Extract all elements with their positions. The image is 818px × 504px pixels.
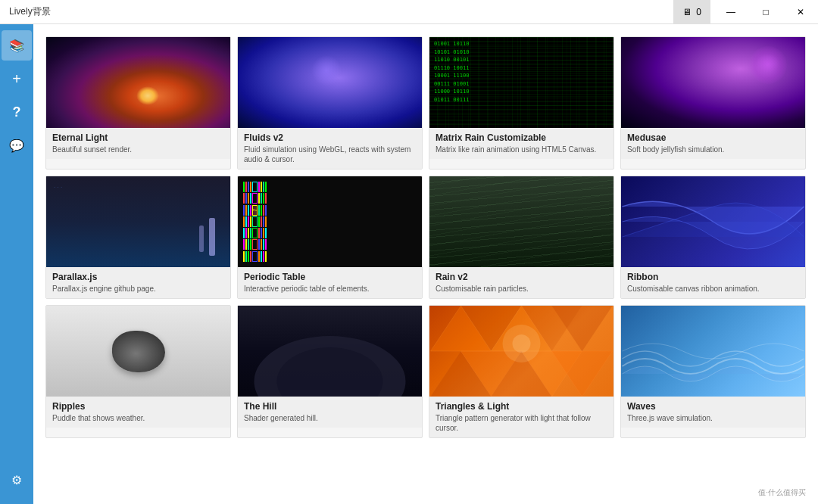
wallpaper-card-ripples[interactable]: Ripples Puddle that shows weather. [45, 305, 231, 438]
card-thumbnail [238, 37, 422, 128]
card-title: Matrix Rain Customizable [436, 132, 607, 143]
card-description: Soft body jellyfish simulation. [627, 145, 799, 154]
window-controls: 🖥 0 — □ ✕ [673, 0, 818, 23]
content-area: Eternal Light Beautiful sunset render. F… [33, 24, 818, 504]
wallpaper-card-ribbon[interactable]: Ribbon Customisable canvas ribbon animat… [620, 176, 806, 299]
card-info: Medusae Soft body jellyfish simulation. [621, 128, 805, 159]
sidebar: 📚 + ? 💬 ⚙ [0, 24, 33, 504]
help-icon: ? [13, 104, 21, 120]
card-title: Parallax.js [52, 272, 224, 282]
card-thumbnail [238, 306, 422, 397]
card-info: Ribbon Customisable canvas ribbon animat… [621, 267, 805, 298]
main-layout: 📚 + ? 💬 ⚙ Eternal Light Beautiful su [0, 24, 818, 504]
card-title: Eternal Light [52, 132, 224, 143]
card-info: Fluids v2 Fluid simulation using WebGL, … [238, 128, 422, 169]
card-thumbnail [621, 176, 805, 267]
card-description: Three.js wave simulation. [627, 413, 799, 423]
card-info: Parallax.js Parallax.js engine github pa… [46, 267, 230, 298]
card-title: Waves [627, 401, 799, 412]
wallpaper-card-periodic-table[interactable]: Rn Periodic Table Interactive periodic t… [237, 176, 423, 299]
card-description: Customisable canvas ribbon animation. [627, 284, 799, 294]
monitor-button[interactable]: 🖥 0 [673, 0, 710, 23]
card-info: Ripples Puddle that shows weather. [46, 397, 230, 428]
card-info: Matrix Rain Customizable Matrix like rai… [429, 128, 614, 159]
titlebar: Lively背景 🖥 0 — □ ✕ [0, 0, 818, 24]
wallpaper-card-medusae[interactable]: Medusae Soft body jellyfish simulation. [620, 36, 806, 170]
wallpaper-card-triangles-light[interactable]: Triangles & Light Triangle pattern gener… [429, 305, 614, 438]
card-info: Triangles & Light Triangle pattern gener… [429, 397, 614, 437]
card-title: The Hill [244, 401, 416, 412]
card-description: Puddle that shows weather. [52, 413, 224, 423]
sidebar-bottom: ⚙ [2, 465, 32, 504]
settings-icon: ⚙ [11, 473, 22, 487]
bottom-hint: 值·什么值得买 [758, 487, 806, 498]
card-thumbnail [429, 306, 614, 397]
wallpaper-card-parallax-js[interactable]: · · · Parallax.js Parallax.js engine git… [45, 176, 231, 299]
sidebar-item-library[interactable]: 📚 [2, 30, 32, 61]
wallpaper-card-eternal-light[interactable]: Eternal Light Beautiful sunset render. [45, 36, 231, 170]
add-icon: + [12, 70, 21, 88]
chat-icon: 💬 [9, 138, 24, 153]
sidebar-item-settings[interactable]: ⚙ [2, 465, 32, 495]
wallpaper-card-rain-v2[interactable]: Rain v2 Customisable rain particles. [429, 176, 614, 299]
wallpaper-card-the-hill[interactable]: The Hill Shader generated hill. [237, 305, 423, 438]
wallpaper-grid: Eternal Light Beautiful sunset render. F… [45, 36, 806, 438]
card-thumbnail [429, 176, 614, 267]
wallpaper-card-waves[interactable]: Waves Three.js wave simulation. [620, 305, 806, 438]
card-title: Ripples [52, 401, 224, 412]
card-description: Triangle pattern generator with light th… [436, 413, 607, 433]
card-description: Shader generated hill. [244, 413, 416, 423]
card-description: Customisable rain particles. [436, 284, 607, 294]
card-info: Waves Three.js wave simulation. [621, 397, 805, 428]
sidebar-item-add[interactable]: + [2, 64, 32, 94]
card-info: Eternal Light Beautiful sunset render. [46, 128, 230, 159]
card-title: Rain v2 [436, 272, 607, 282]
sidebar-item-help[interactable]: ? [2, 97, 32, 127]
card-title: Triangles & Light [436, 401, 607, 412]
app-title: Lively背景 [9, 5, 51, 18]
card-thumbnail [621, 306, 805, 397]
card-description: Parallax.js engine github page. [52, 284, 224, 294]
wallpaper-card-matrix-rain[interactable]: 01001 1011010101 0101011010 0010101110 1… [429, 36, 614, 170]
card-description: Matrix like rain animation using HTML5 C… [436, 145, 607, 154]
card-title: Periodic Table [244, 272, 416, 282]
card-info: Rain v2 Customisable rain particles. [429, 267, 614, 298]
card-description: Interactive periodic table of elements. [244, 284, 416, 294]
card-thumbnail [46, 37, 230, 128]
card-title: Fluids v2 [244, 132, 416, 143]
wallpaper-card-fluids-v2[interactable]: Fluids v2 Fluid simulation using WebGL, … [237, 36, 423, 170]
card-thumbnail: · · · [46, 176, 230, 267]
card-info: Periodic Table Interactive periodic tabl… [238, 267, 422, 298]
monitor-count: 0 [696, 7, 701, 17]
card-thumbnail: Rn [238, 176, 422, 267]
sidebar-item-chat[interactable]: 💬 [2, 130, 32, 160]
card-thumbnail [621, 37, 805, 128]
close-button[interactable]: ✕ [783, 0, 818, 23]
card-description: Fluid simulation using WebGL, reacts wit… [244, 145, 416, 164]
library-icon: 📚 [9, 39, 24, 53]
card-title: Ribbon [627, 272, 799, 282]
maximize-button[interactable]: □ [748, 0, 783, 23]
card-thumbnail [46, 306, 230, 397]
card-info: The Hill Shader generated hill. [238, 397, 422, 428]
card-description: Beautiful sunset render. [52, 145, 224, 154]
svg-point-13 [513, 334, 531, 353]
card-title: Medusae [627, 132, 799, 143]
card-thumbnail: 01001 1011010101 0101011010 0010101110 1… [429, 37, 614, 128]
minimize-button[interactable]: — [713, 0, 748, 23]
monitor-icon: 🖥 [682, 7, 692, 17]
